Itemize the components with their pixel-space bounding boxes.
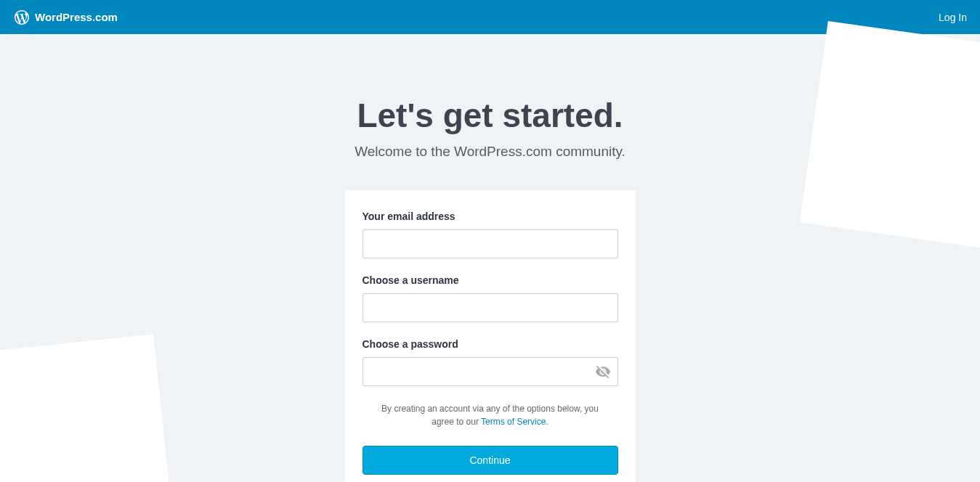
continue-button[interactable]: Continue	[363, 446, 618, 475]
wordpress-logo-link[interactable]: WordPress.com	[13, 9, 118, 26]
login-link[interactable]: Log In	[939, 12, 967, 23]
username-input[interactable]	[363, 293, 618, 322]
page-subtitle: Welcome to the WordPress.com community.	[355, 144, 625, 160]
terms-of-service-link[interactable]: Terms of Service	[481, 417, 546, 427]
username-label: Choose a username	[363, 274, 618, 286]
password-visibility-toggle[interactable]	[595, 364, 611, 380]
email-form-group: Your email address	[363, 211, 618, 258]
password-label: Choose a password	[363, 338, 618, 350]
email-input[interactable]	[363, 229, 618, 258]
signup-form-card: Your email address Choose a username Cho…	[345, 190, 636, 482]
password-form-group: Choose a password	[363, 338, 618, 386]
email-label: Your email address	[363, 211, 618, 222]
brand-name: WordPress.com	[35, 11, 118, 23]
main-content: Let's get started. Welcome to the WordPr…	[0, 34, 980, 482]
eye-hidden-icon	[595, 364, 611, 380]
page-title: Let's get started.	[357, 96, 623, 135]
password-input[interactable]	[363, 357, 618, 386]
wordpress-icon	[13, 9, 31, 26]
username-form-group: Choose a username	[363, 274, 618, 322]
tos-text-after: .	[546, 417, 548, 427]
terms-of-service-text: By creating an account via any of the op…	[363, 402, 618, 428]
password-wrapper	[363, 357, 618, 386]
